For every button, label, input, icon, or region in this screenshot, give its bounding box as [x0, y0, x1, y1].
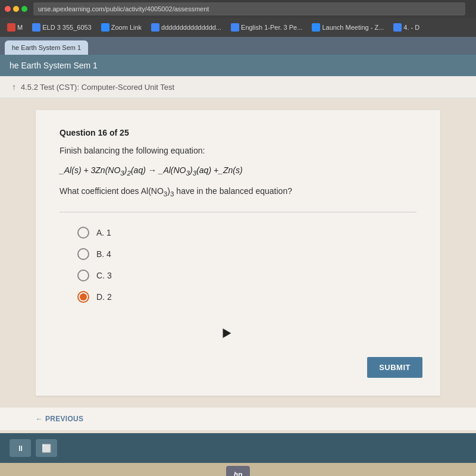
- bookmark-launch[interactable]: Launch Meeting - Z...: [308, 22, 387, 33]
- breadcrumb-text: 4.5.2 Test (CST): Computer-Scored Unit T…: [21, 83, 174, 92]
- close-dot[interactable]: [5, 6, 11, 12]
- question-sub: What coefficient does Al(NO3)3 have in t…: [60, 186, 416, 198]
- bookmarks-bar: M ELD 3 355_6053 Zoom Link ddddddddddddd…: [0, 18, 476, 37]
- submit-button[interactable]: SUBMIT: [367, 357, 422, 378]
- bookmark-4[interactable]: 4. - D: [390, 22, 423, 33]
- question-divider: [60, 212, 416, 212]
- screen-button[interactable]: ⬜: [36, 439, 57, 457]
- radio-d[interactable]: [77, 291, 89, 303]
- bookmark-4-label: 4. - D: [403, 24, 419, 31]
- breadcrumb-bar: ↑ 4.5.2 Test (CST): Computer-Scored Unit…: [0, 76, 476, 98]
- bookmark-gmail-label: M: [17, 24, 23, 31]
- bookmark-zoom[interactable]: Zoom Link: [98, 22, 145, 33]
- screen-icon: ⬜: [42, 444, 51, 453]
- hp-bar: hp: [0, 463, 476, 476]
- minimize-dot[interactable]: [13, 6, 19, 12]
- hp-logo: hp: [226, 466, 250, 476]
- radio-c[interactable]: [77, 270, 89, 281]
- tab-label: he Earth System Sem 1: [12, 44, 81, 51]
- eld-icon: [32, 23, 40, 32]
- pause-icon: ⏸: [17, 444, 24, 453]
- bookmark-launch-label: Launch Meeting - Z...: [322, 24, 384, 31]
- browser-chrome: urse.apexlearning.com/public/activity/40…: [0, 0, 476, 18]
- mouse-cursor: [219, 326, 231, 338]
- launch-icon: [312, 23, 320, 32]
- option-b[interactable]: B. 4: [77, 248, 416, 260]
- zoom-icon: [101, 23, 109, 32]
- bookmark-eld[interactable]: ELD 3 355_6053: [29, 22, 95, 33]
- question-equation: _Al(s) + 3Zn(NO3)2(aq) → _Al(NO3)3(aq) +…: [60, 165, 416, 177]
- option-b-label: B. 4: [96, 249, 111, 259]
- page-header: he Earth System Sem 1: [0, 55, 476, 76]
- ddd-icon: [151, 23, 159, 32]
- address-text: urse.apexlearning.com/public/activity/40…: [38, 5, 209, 12]
- bookmark-gmail[interactable]: M: [4, 22, 26, 33]
- tab-bar: he Earth System Sem 1: [0, 37, 476, 55]
- radio-d-fill: [80, 293, 87, 300]
- question-number: Question 16 of 25: [60, 128, 416, 137]
- bookmark-zoom-label: Zoom Link: [111, 24, 142, 31]
- option-a-label: A. 1: [96, 228, 111, 237]
- option-d[interactable]: D. 2: [77, 291, 416, 303]
- bookmark-english-label: English 1-Per. 3 Pe...: [241, 24, 302, 31]
- breadcrumb-arrow: ↑: [12, 82, 16, 92]
- bookmark-ddd-label: ddddddddddddddd...: [161, 24, 221, 31]
- radio-a[interactable]: [77, 227, 89, 239]
- previous-button[interactable]: ← PREVIOUS: [36, 415, 83, 423]
- maximize-dot[interactable]: [21, 6, 27, 12]
- bookmark-eld-label: ELD 3 355_6053: [42, 24, 92, 31]
- question-instruction: Finish balancing the following equation:: [60, 145, 416, 157]
- bottom-bar: ⏸ ⬜: [0, 433, 476, 463]
- option-d-label: D. 2: [96, 292, 112, 302]
- option-a[interactable]: A. 1: [77, 227, 416, 239]
- bookmark-ddd[interactable]: ddddddddddddddd...: [148, 22, 225, 33]
- options-container: A. 1 B. 4 C. 3 D. 2: [77, 227, 416, 303]
- question-container: Question 16 of 25 Finish balancing the f…: [36, 110, 440, 396]
- radio-b[interactable]: [77, 248, 89, 260]
- previous-section: ← PREVIOUS: [0, 408, 476, 430]
- pause-button[interactable]: ⏸: [10, 439, 31, 457]
- page-header-title: he Earth System Sem 1: [10, 61, 98, 70]
- option-c[interactable]: C. 3: [77, 270, 416, 281]
- option-c-label: C. 3: [96, 271, 112, 280]
- active-tab[interactable]: he Earth System Sem 1: [5, 40, 88, 55]
- address-bar[interactable]: urse.apexlearning.com/public/activity/40…: [33, 2, 465, 15]
- content-area: ↑ 4.5.2 Test (CST): Computer-Scored Unit…: [0, 76, 476, 433]
- window-controls: [5, 6, 27, 12]
- bookmark-english[interactable]: English 1-Per. 3 Pe...: [227, 22, 306, 33]
- english-icon: [231, 23, 239, 32]
- num4-icon: [393, 23, 402, 32]
- gmail-icon: [7, 23, 15, 32]
